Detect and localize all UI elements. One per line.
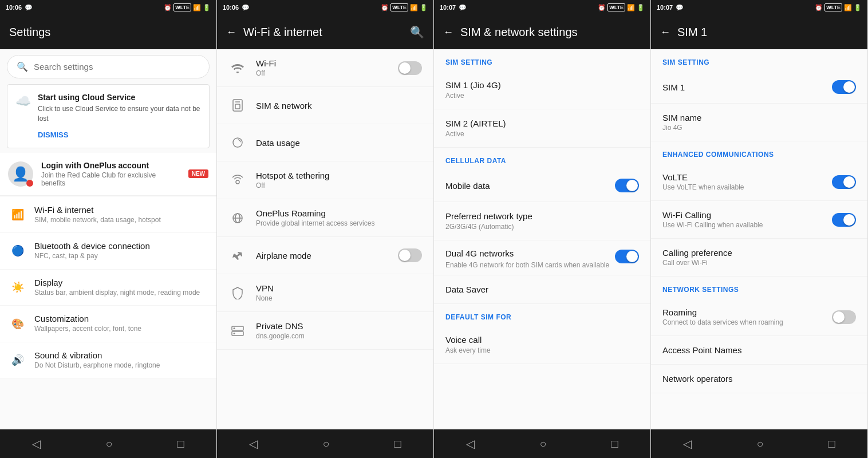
status-bar-1: 10:06 💬 ⏰ WLTE 📶 🔋 bbox=[0, 0, 216, 15]
wifi-header: ← Wi-Fi & internet 🔍 bbox=[217, 15, 433, 49]
nav-bar-3: ◁ ○ □ bbox=[434, 429, 650, 458]
data-usage-label: Data usage bbox=[256, 138, 422, 148]
apn-item[interactable]: Access Point Names bbox=[651, 336, 867, 365]
alarm-icon: ⏰ bbox=[164, 4, 172, 11]
wifi-item-label: Wi-Fi bbox=[256, 58, 389, 68]
roaming-desc: Connect to data services when roaming bbox=[662, 318, 832, 326]
recent-nav-button-3[interactable]: □ bbox=[599, 433, 629, 455]
recent-nav-button[interactable]: □ bbox=[165, 433, 195, 455]
wifi-icon: 📶 bbox=[9, 206, 26, 223]
battery-icon-2: 🔋 bbox=[420, 4, 428, 11]
back-nav-button-3[interactable]: ◁ bbox=[455, 432, 486, 455]
wifi-calling-toggle[interactable] bbox=[832, 213, 856, 227]
airplane-label: Airplane mode bbox=[256, 251, 389, 260]
data-saver-title: Data Saver bbox=[445, 285, 639, 294]
roaming-title: Roaming bbox=[662, 307, 832, 317]
sidebar-item-display[interactable]: ☀️ Display Status bar, ambient display, … bbox=[0, 270, 216, 306]
sidebar-item-customization[interactable]: 🎨 Customization Wallpapers, accent color… bbox=[0, 306, 216, 342]
sidebar-item-wifi[interactable]: 📶 Wi-Fi & internet SIM, mobile network, … bbox=[0, 197, 216, 234]
volte-item[interactable]: VoLTE Use VoLTE when available bbox=[651, 163, 867, 201]
home-nav-button-3[interactable]: ○ bbox=[528, 433, 558, 455]
wifi-calling-item[interactable]: Wi-Fi Calling Use Wi-Fi Calling when ava… bbox=[651, 201, 867, 239]
sim2-title: SIM 2 (AIRTEL) bbox=[445, 119, 639, 128]
preferred-network-title: Preferred network type bbox=[445, 211, 639, 221]
login-card[interactable]: 👤 Login with OnePlus account Join the Re… bbox=[0, 153, 216, 196]
calling-preference-item[interactable]: Calling preference Call over Wi-Fi bbox=[651, 239, 867, 277]
search-bar[interactable]: 🔍 bbox=[7, 55, 210, 78]
home-nav-button[interactable]: ○ bbox=[94, 433, 124, 455]
sim-back-button[interactable]: ← bbox=[443, 26, 453, 38]
roaming-detail-item[interactable]: Roaming Connect to data services when ro… bbox=[651, 298, 867, 336]
enhanced-comm-header: ENHANCED COMMUNICATIONS bbox=[651, 141, 867, 163]
wifi-item-status: Off bbox=[256, 69, 389, 77]
vpn-status: None bbox=[256, 294, 422, 302]
sidebar-item-sound[interactable]: 🔊 Sound & vibration Do Not Disturb, earp… bbox=[0, 342, 216, 379]
dual-4g-item[interactable]: Dual 4G networks Enable 4G network for b… bbox=[434, 240, 650, 275]
airplane-toggle[interactable] bbox=[398, 248, 422, 262]
alarm-icon-4: ⏰ bbox=[815, 4, 823, 11]
airplane-item[interactable]: Airplane mode bbox=[217, 237, 433, 274]
sim1-item[interactable]: SIM 1 (Jio 4G) Active bbox=[434, 71, 650, 109]
network-operators-item[interactable]: Network operators bbox=[651, 365, 867, 393]
sim1-toggle-item[interactable]: SIM 1 bbox=[651, 71, 867, 104]
hotspot-item[interactable]: Hotspot & tethering Off bbox=[217, 161, 433, 199]
display-label: Display bbox=[34, 278, 207, 287]
back-nav-button-4[interactable]: ◁ bbox=[672, 432, 703, 455]
recent-nav-button-4[interactable]: □ bbox=[816, 433, 846, 455]
preferred-network-item[interactable]: Preferred network type 2G/3G/4G (Automat… bbox=[434, 202, 650, 240]
roaming-item[interactable]: OnePlus Roaming Provide global internet … bbox=[217, 199, 433, 237]
nav-bar-2: ◁ ○ □ bbox=[217, 429, 433, 458]
vpn-item[interactable]: VPN None bbox=[217, 274, 433, 312]
back-nav-button[interactable]: ◁ bbox=[21, 432, 52, 455]
roaming-toggle[interactable] bbox=[832, 310, 856, 324]
settings-content: 🔍 ☁️ Start using Cloud Service Click to … bbox=[0, 49, 216, 429]
sidebar-item-bluetooth[interactable]: 🔵 Bluetooth & device connection NFC, cas… bbox=[0, 233, 216, 270]
wifi-toggle[interactable] bbox=[398, 61, 422, 75]
dual-4g-toggle[interactable] bbox=[615, 250, 639, 263]
sim-name-item[interactable]: SIM name Jio 4G bbox=[651, 104, 867, 141]
sim2-item[interactable]: SIM 2 (AIRTEL) Active bbox=[434, 109, 650, 148]
back-nav-button-2[interactable]: ◁ bbox=[238, 432, 269, 455]
sim2-status: Active bbox=[445, 130, 639, 138]
sim-icon bbox=[228, 96, 247, 114]
svg-rect-0 bbox=[233, 100, 242, 111]
whatsapp-icon: 💬 bbox=[25, 4, 33, 11]
sim-network-content: SIM SETTING SIM 1 (Jio 4G) Active SIM 2 … bbox=[434, 49, 650, 429]
wifi-calling-title: Wi-Fi Calling bbox=[662, 210, 832, 220]
data-usage-icon bbox=[228, 133, 247, 152]
home-nav-button-4[interactable]: ○ bbox=[745, 433, 775, 455]
battery-icon: 🔋 bbox=[203, 4, 211, 11]
sim1-detail-panel: 10:07 💬 ⏰ WLTE 📶 🔋 ← SIM 1 SIM SETTING S… bbox=[651, 0, 868, 458]
default-sim-header: DEFAULT SIM FOR bbox=[434, 304, 650, 326]
dns-item[interactable]: Private DNS dns.google.com bbox=[217, 312, 433, 350]
login-desc: Join the Red Cable Club for exclusive be… bbox=[41, 171, 180, 187]
new-badge: NEW bbox=[188, 169, 208, 178]
volte-title: VoLTE bbox=[662, 172, 832, 182]
signal-icon: 📶 bbox=[193, 4, 201, 11]
sim-network-item[interactable]: SIM & network bbox=[217, 87, 433, 124]
recent-nav-button-2[interactable]: □ bbox=[382, 433, 412, 455]
whatsapp-icon-4: 💬 bbox=[676, 4, 684, 11]
home-nav-button-2[interactable]: ○ bbox=[311, 433, 341, 455]
mobile-data-toggle[interactable] bbox=[615, 179, 639, 192]
data-usage-item[interactable]: Data usage bbox=[217, 124, 433, 161]
network-operators-title: Network operators bbox=[662, 374, 856, 384]
hotspot-status: Off bbox=[256, 181, 422, 189]
search-input[interactable] bbox=[34, 62, 200, 72]
wifi-toggle-item[interactable]: Wi-Fi Off bbox=[217, 49, 433, 87]
voice-call-status: Ask every time bbox=[445, 346, 639, 354]
data-saver-item[interactable]: Data Saver bbox=[434, 275, 650, 304]
voice-call-item[interactable]: Voice call Ask every time bbox=[434, 326, 650, 364]
mobile-data-item[interactable]: Mobile data bbox=[434, 169, 650, 202]
battery-icon-4: 🔋 bbox=[854, 4, 862, 11]
status-time-1: 10:06 💬 bbox=[6, 4, 33, 11]
search-action-icon[interactable]: 🔍 bbox=[410, 25, 424, 39]
sim1-toggle[interactable] bbox=[832, 80, 856, 94]
sim1-back-button[interactable]: ← bbox=[660, 26, 670, 38]
wifi-back-button[interactable]: ← bbox=[226, 26, 236, 38]
volte-toggle[interactable] bbox=[832, 175, 856, 189]
voice-call-title: Voice call bbox=[445, 335, 639, 345]
dismiss-button[interactable]: DISMISS bbox=[38, 131, 68, 139]
customization-subtitle: Wallpapers, accent color, font, tone bbox=[34, 325, 207, 334]
customization-label: Customization bbox=[34, 314, 207, 323]
